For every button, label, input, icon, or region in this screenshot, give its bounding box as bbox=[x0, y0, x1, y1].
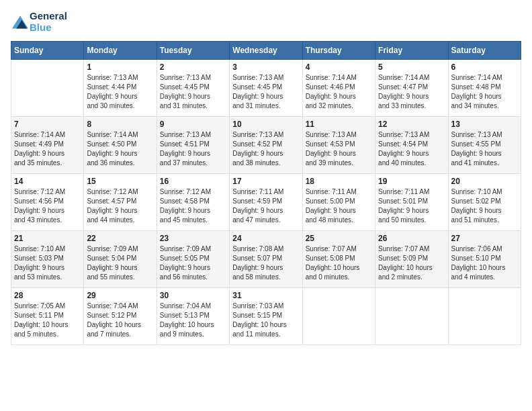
day-info: Sunrise: 7:05 AM Sunset: 5:11 PM Dayligh… bbox=[14, 302, 81, 339]
day-number: 3 bbox=[232, 62, 299, 72]
calendar-cell: 26Sunrise: 7:07 AM Sunset: 5:09 PM Dayli… bbox=[375, 231, 448, 288]
calendar-cell: 15Sunrise: 7:12 AM Sunset: 4:57 PM Dayli… bbox=[84, 174, 157, 231]
weekday-sunday: Sunday bbox=[11, 42, 84, 60]
day-number: 6 bbox=[451, 62, 518, 72]
day-number: 19 bbox=[378, 177, 445, 186]
week-row-4: 21Sunrise: 7:10 AM Sunset: 5:03 PM Dayli… bbox=[11, 231, 521, 288]
calendar-cell: 9Sunrise: 7:13 AM Sunset: 4:51 PM Daylig… bbox=[157, 117, 229, 174]
day-number: 30 bbox=[160, 291, 226, 300]
day-info: Sunrise: 7:06 AM Sunset: 5:10 PM Dayligh… bbox=[451, 244, 518, 282]
calendar-cell: 20Sunrise: 7:10 AM Sunset: 5:02 PM Dayli… bbox=[448, 174, 521, 231]
day-info: Sunrise: 7:14 AM Sunset: 4:50 PM Dayligh… bbox=[87, 130, 153, 168]
logo: General Blue bbox=[11, 11, 67, 33]
calendar-cell: 31Sunrise: 7:03 AM Sunset: 5:15 PM Dayli… bbox=[230, 288, 302, 345]
weekday-saturday: Saturday bbox=[448, 42, 521, 60]
day-number: 26 bbox=[378, 234, 445, 243]
calendar-cell: 18Sunrise: 7:11 AM Sunset: 5:00 PM Dayli… bbox=[302, 174, 375, 231]
weekday-friday: Friday bbox=[375, 42, 448, 60]
day-info: Sunrise: 7:13 AM Sunset: 4:53 PM Dayligh… bbox=[306, 130, 372, 168]
calendar-cell: 16Sunrise: 7:12 AM Sunset: 4:58 PM Dayli… bbox=[157, 174, 229, 231]
calendar-cell: 4Sunrise: 7:14 AM Sunset: 4:46 PM Daylig… bbox=[302, 60, 375, 117]
calendar-cell bbox=[11, 60, 84, 117]
week-row-2: 7Sunrise: 7:14 AM Sunset: 4:49 PM Daylig… bbox=[11, 117, 521, 174]
day-number: 22 bbox=[87, 234, 153, 243]
day-info: Sunrise: 7:14 AM Sunset: 4:49 PM Dayligh… bbox=[14, 130, 81, 168]
day-info: Sunrise: 7:13 AM Sunset: 4:45 PM Dayligh… bbox=[160, 73, 226, 111]
calendar-cell: 6Sunrise: 7:14 AM Sunset: 4:48 PM Daylig… bbox=[448, 60, 521, 117]
day-number: 27 bbox=[451, 234, 518, 243]
day-info: Sunrise: 7:09 AM Sunset: 5:05 PM Dayligh… bbox=[160, 244, 226, 282]
calendar-cell: 1Sunrise: 7:13 AM Sunset: 4:44 PM Daylig… bbox=[84, 60, 157, 117]
day-info: Sunrise: 7:11 AM Sunset: 5:01 PM Dayligh… bbox=[378, 187, 445, 225]
calendar-cell: 2Sunrise: 7:13 AM Sunset: 4:45 PM Daylig… bbox=[157, 60, 229, 117]
logo-icon bbox=[12, 15, 28, 29]
day-number: 18 bbox=[306, 177, 372, 186]
weekday-monday: Monday bbox=[84, 42, 157, 60]
calendar-header: SundayMondayTuesdayWednesdayThursdayFrid… bbox=[11, 42, 521, 60]
day-number: 25 bbox=[306, 234, 372, 243]
day-info: Sunrise: 7:13 AM Sunset: 4:55 PM Dayligh… bbox=[451, 130, 518, 168]
day-number: 5 bbox=[378, 62, 445, 72]
day-info: Sunrise: 7:03 AM Sunset: 5:15 PM Dayligh… bbox=[232, 302, 299, 339]
calendar-cell: 8Sunrise: 7:14 AM Sunset: 4:50 PM Daylig… bbox=[84, 117, 157, 174]
day-number: 8 bbox=[87, 120, 153, 129]
calendar-cell: 10Sunrise: 7:13 AM Sunset: 4:52 PM Dayli… bbox=[230, 117, 302, 174]
day-info: Sunrise: 7:13 AM Sunset: 4:44 PM Dayligh… bbox=[87, 73, 153, 111]
day-number: 7 bbox=[14, 120, 81, 129]
day-info: Sunrise: 7:08 AM Sunset: 5:07 PM Dayligh… bbox=[232, 244, 299, 282]
week-row-5: 28Sunrise: 7:05 AM Sunset: 5:11 PM Dayli… bbox=[11, 288, 521, 345]
week-row-3: 14Sunrise: 7:12 AM Sunset: 4:56 PM Dayli… bbox=[11, 174, 521, 231]
day-number: 14 bbox=[14, 177, 81, 186]
logo-blue: Blue bbox=[30, 21, 52, 33]
day-number: 23 bbox=[160, 234, 226, 243]
calendar-cell: 22Sunrise: 7:09 AM Sunset: 5:04 PM Dayli… bbox=[84, 231, 157, 288]
calendar-cell: 23Sunrise: 7:09 AM Sunset: 5:05 PM Dayli… bbox=[157, 231, 229, 288]
day-number: 11 bbox=[306, 120, 372, 129]
day-number: 4 bbox=[306, 62, 372, 72]
calendar-cell bbox=[448, 288, 521, 345]
day-info: Sunrise: 7:11 AM Sunset: 5:00 PM Dayligh… bbox=[306, 187, 372, 225]
day-info: Sunrise: 7:14 AM Sunset: 4:47 PM Dayligh… bbox=[378, 73, 445, 111]
calendar-cell: 28Sunrise: 7:05 AM Sunset: 5:11 PM Dayli… bbox=[11, 288, 84, 345]
day-info: Sunrise: 7:10 AM Sunset: 5:02 PM Dayligh… bbox=[451, 187, 518, 225]
calendar-cell: 7Sunrise: 7:14 AM Sunset: 4:49 PM Daylig… bbox=[11, 117, 84, 174]
calendar-cell: 5Sunrise: 7:14 AM Sunset: 4:47 PM Daylig… bbox=[375, 60, 448, 117]
day-info: Sunrise: 7:13 AM Sunset: 4:52 PM Dayligh… bbox=[232, 130, 299, 168]
day-number: 24 bbox=[232, 234, 299, 243]
calendar-cell: 25Sunrise: 7:07 AM Sunset: 5:08 PM Dayli… bbox=[302, 231, 375, 288]
day-info: Sunrise: 7:09 AM Sunset: 5:04 PM Dayligh… bbox=[87, 244, 153, 282]
day-info: Sunrise: 7:12 AM Sunset: 4:58 PM Dayligh… bbox=[160, 187, 226, 225]
weekday-thursday: Thursday bbox=[302, 42, 375, 60]
calendar-cell: 12Sunrise: 7:13 AM Sunset: 4:54 PM Dayli… bbox=[375, 117, 448, 174]
calendar-cell bbox=[375, 288, 448, 345]
calendar-cell: 17Sunrise: 7:11 AM Sunset: 4:59 PM Dayli… bbox=[230, 174, 302, 231]
day-number: 31 bbox=[232, 291, 299, 300]
calendar-cell: 24Sunrise: 7:08 AM Sunset: 5:07 PM Dayli… bbox=[230, 231, 302, 288]
day-info: Sunrise: 7:11 AM Sunset: 4:59 PM Dayligh… bbox=[232, 187, 299, 225]
calendar-cell: 14Sunrise: 7:12 AM Sunset: 4:56 PM Dayli… bbox=[11, 174, 84, 231]
day-info: Sunrise: 7:04 AM Sunset: 5:13 PM Dayligh… bbox=[160, 302, 226, 339]
day-info: Sunrise: 7:12 AM Sunset: 4:57 PM Dayligh… bbox=[87, 187, 153, 225]
day-number: 13 bbox=[451, 120, 518, 129]
day-number: 10 bbox=[232, 120, 299, 129]
day-number: 12 bbox=[378, 120, 445, 129]
page-header: General Blue bbox=[11, 11, 521, 33]
day-number: 16 bbox=[160, 177, 226, 186]
day-info: Sunrise: 7:13 AM Sunset: 4:54 PM Dayligh… bbox=[378, 130, 445, 168]
calendar-cell: 13Sunrise: 7:13 AM Sunset: 4:55 PM Dayli… bbox=[448, 117, 521, 174]
day-info: Sunrise: 7:14 AM Sunset: 4:48 PM Dayligh… bbox=[451, 73, 518, 111]
day-info: Sunrise: 7:07 AM Sunset: 5:09 PM Dayligh… bbox=[378, 244, 445, 282]
day-number: 15 bbox=[87, 177, 153, 186]
day-number: 28 bbox=[14, 291, 81, 300]
calendar-cell: 19Sunrise: 7:11 AM Sunset: 5:01 PM Dayli… bbox=[375, 174, 448, 231]
day-number: 17 bbox=[232, 177, 299, 186]
day-info: Sunrise: 7:14 AM Sunset: 4:46 PM Dayligh… bbox=[306, 73, 372, 111]
calendar-cell: 21Sunrise: 7:10 AM Sunset: 5:03 PM Dayli… bbox=[11, 231, 84, 288]
day-number: 20 bbox=[451, 177, 518, 186]
day-number: 21 bbox=[14, 234, 81, 243]
day-number: 29 bbox=[87, 291, 153, 300]
calendar-cell bbox=[302, 288, 375, 345]
calendar-cell: 29Sunrise: 7:04 AM Sunset: 5:12 PM Dayli… bbox=[84, 288, 157, 345]
calendar-cell: 30Sunrise: 7:04 AM Sunset: 5:13 PM Dayli… bbox=[157, 288, 229, 345]
day-info: Sunrise: 7:04 AM Sunset: 5:12 PM Dayligh… bbox=[87, 302, 153, 339]
